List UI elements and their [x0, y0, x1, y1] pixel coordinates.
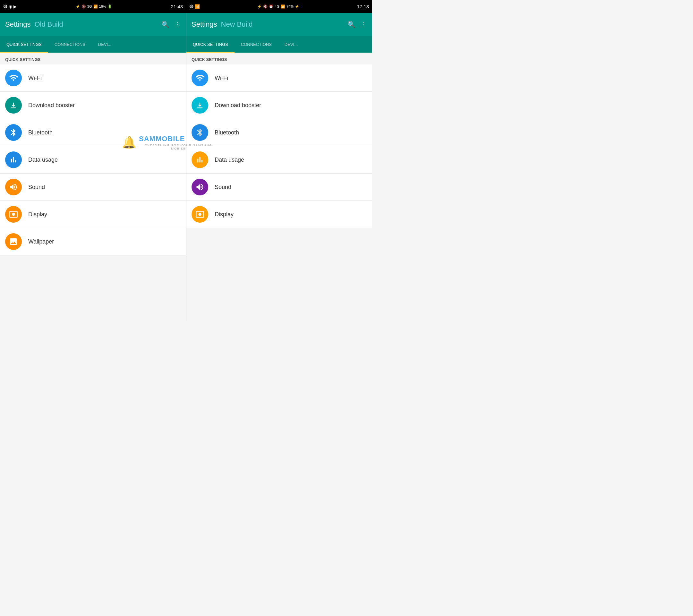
right-download-booster-icon — [192, 97, 208, 114]
bluetooth-status-icon: ⚡ — [76, 4, 80, 9]
network-label-r: 4G — [275, 4, 279, 8]
right-section-header: QUICK SETTINGS — [186, 53, 372, 64]
left-status-icons: 🖼 ◉ ▶ — [3, 4, 17, 9]
right-build-label: New Build — [221, 20, 344, 28]
left-section-header: QUICK SETTINGS — [0, 53, 186, 64]
battery-label-r: 74% — [286, 4, 294, 8]
right-data-usage-item[interactable]: Data usage — [186, 146, 372, 174]
right-data-usage-icon — [192, 152, 208, 168]
left-download-booster-item[interactable]: Download booster — [0, 92, 186, 119]
left-search-button[interactable]: 🔍 — [161, 21, 170, 28]
left-header-title: Settings — [5, 20, 31, 28]
app-header-right: Settings New Build 🔍 ⋮ — [186, 13, 372, 36]
left-build-label: Old Build — [35, 20, 158, 28]
left-more-button[interactable]: ⋮ — [175, 21, 181, 28]
tab-connections-right[interactable]: CONNECTIONS — [235, 36, 278, 53]
left-wallpaper-label: Wallpaper — [28, 238, 54, 245]
battery-icon: 🔋 — [107, 4, 112, 9]
alarm-icon: ⏰ — [269, 4, 273, 9]
right-bluetooth-item[interactable]: Bluetooth — [186, 119, 372, 146]
tab-device-left[interactable]: DEVI... — [92, 36, 118, 53]
right-time: 17:13 — [357, 4, 369, 9]
left-display-item[interactable]: Display — [0, 201, 186, 228]
right-wifi-icon — [192, 69, 208, 86]
tab-quick-settings-left[interactable]: QUICK SETTINGS — [0, 36, 48, 53]
right-wifi-label: Wi-Fi — [215, 75, 228, 81]
left-data-usage-icon — [5, 152, 22, 168]
tab-connections-left[interactable]: CONNECTIONS — [48, 36, 92, 53]
right-left-icons: 🖼 📶 — [189, 4, 200, 9]
tab-device-right[interactable]: DEVI... — [278, 36, 304, 53]
signal-icon: 📶 — [93, 4, 98, 9]
left-wallpaper-icon — [5, 233, 22, 250]
left-time: 21:43 — [171, 4, 183, 9]
network-label: 3G — [87, 4, 92, 8]
left-wifi-icon — [5, 69, 22, 86]
right-data-usage-label: Data usage — [215, 157, 244, 163]
tab-bar-right: QUICK SETTINGS CONNECTIONS DEVI... — [186, 36, 372, 53]
left-display-label: Display — [28, 211, 47, 218]
tab-quick-settings-right[interactable]: QUICK SETTINGS — [186, 36, 235, 53]
right-signal-icons: ⚡ 🔇 ⏰ 4G 📶 74% ⚡ — [257, 4, 299, 9]
right-display-label: Display — [215, 211, 234, 218]
left-sound-icon — [5, 179, 22, 195]
right-display-item[interactable]: Display — [186, 201, 372, 228]
screenshot-icon: 🖼 — [3, 4, 7, 9]
left-display-icon — [5, 206, 22, 223]
right-sound-icon — [192, 179, 208, 195]
right-search-button[interactable]: 🔍 — [348, 21, 355, 28]
left-data-usage-item[interactable]: Data usage — [0, 146, 186, 174]
right-bluetooth-icon — [192, 124, 208, 141]
right-header-title: Settings — [192, 20, 217, 28]
bt-icon-r: ⚡ — [257, 4, 262, 9]
left-wifi-item[interactable]: Wi-Fi — [0, 64, 186, 92]
left-bluetooth-icon — [5, 124, 22, 141]
mute-icon: 🔇 — [81, 4, 86, 9]
wifi-status-icon: 📶 — [195, 4, 200, 9]
left-data-usage-label: Data usage — [28, 157, 58, 163]
left-sound-label: Sound — [28, 184, 45, 191]
left-download-booster-label: Download booster — [28, 102, 75, 109]
right-sound-label: Sound — [215, 184, 231, 191]
left-wifi-label: Wi-Fi — [28, 75, 42, 81]
right-download-booster-item[interactable]: Download booster — [186, 92, 372, 119]
app-icon-2: ▶ — [14, 4, 17, 9]
left-panel: QUICK SETTINGS Wi-Fi Download booster Bl… — [0, 53, 186, 321]
left-download-booster-icon — [5, 97, 22, 114]
app-icon-1: ◉ — [9, 4, 12, 9]
battery-charging-icon: ⚡ — [295, 4, 299, 9]
status-bar-right: 🖼 📶 ⚡ 🔇 ⏰ 4G 📶 74% ⚡ 17:13 — [186, 0, 372, 13]
right-wifi-item[interactable]: Wi-Fi — [186, 64, 372, 92]
right-more-button[interactable]: ⋮ — [361, 21, 367, 28]
signal-icon-r: 📶 — [281, 4, 285, 9]
right-bluetooth-label: Bluetooth — [215, 129, 239, 136]
left-sound-item[interactable]: Sound — [0, 174, 186, 201]
mute-icon-r: 🔇 — [263, 4, 268, 9]
right-sound-item[interactable]: Sound — [186, 174, 372, 201]
left-bluetooth-label: Bluetooth — [28, 129, 53, 136]
left-wallpaper-item[interactable]: Wallpaper — [0, 228, 186, 255]
left-signal-icons: ⚡ 🔇 3G 📶 16% 🔋 — [76, 4, 112, 9]
battery-label: 16% — [99, 4, 106, 8]
screenshot-icon-r: 🖼 — [189, 4, 194, 9]
left-bluetooth-item[interactable]: Bluetooth — [0, 119, 186, 146]
right-download-booster-label: Download booster — [215, 102, 261, 109]
tab-bar-left: QUICK SETTINGS CONNECTIONS DEVI... — [0, 36, 186, 53]
right-display-icon — [192, 206, 208, 223]
right-panel: QUICK SETTINGS Wi-Fi Download booster Bl… — [186, 53, 372, 321]
status-bar-left: 🖼 ◉ ▶ ⚡ 🔇 3G 📶 16% 🔋 21:43 — [0, 0, 186, 13]
app-header-left: Settings Old Build 🔍 ⋮ — [0, 13, 186, 36]
